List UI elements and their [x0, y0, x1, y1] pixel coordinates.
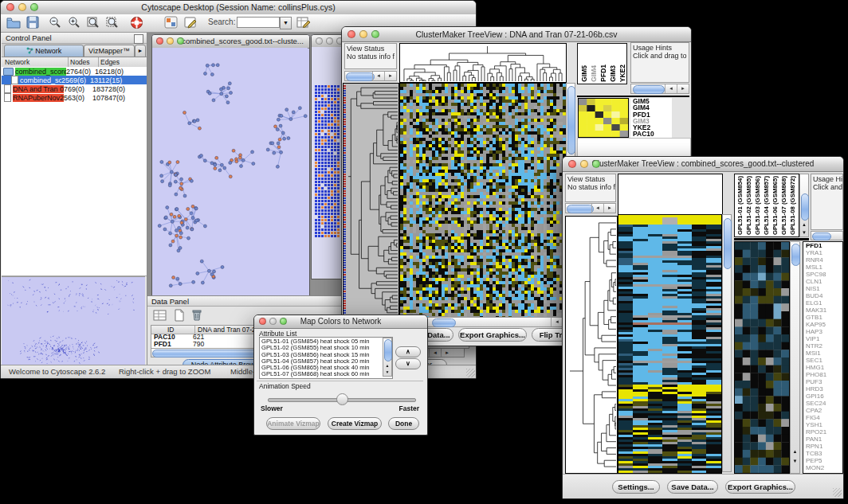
save-icon[interactable] [25, 16, 41, 30]
minimize-button[interactable] [580, 160, 588, 168]
gene-label[interactable]: PFD1 [806, 242, 842, 249]
tab-overflow-arrow[interactable]: ► [135, 45, 146, 57]
new-attribute-icon[interactable] [171, 309, 187, 323]
done-button[interactable]: Done [388, 417, 419, 430]
column-label[interactable]: YKE2 [618, 64, 626, 82]
gene-label[interactable]: MAK31 [806, 307, 842, 314]
tv2-settings-button[interactable]: Settings... [612, 480, 660, 494]
gene-label[interactable]: SEC1 [806, 357, 842, 364]
row-label[interactable]: PAC10 [633, 131, 672, 137]
tv2-row-dendrogram[interactable] [565, 216, 618, 474]
tv2-zoom-vscrollbar[interactable]: ▲ ▼ [790, 241, 800, 474]
scroll-up-arrow[interactable]: ▲ [383, 364, 391, 368]
float-panel-icon[interactable] [134, 34, 143, 44]
gene-label[interactable]: PAN1 [806, 436, 842, 443]
scroll-down-arrow[interactable]: ▼ [383, 370, 391, 374]
minimize-button[interactable] [326, 37, 333, 45]
scroll-down-arrow[interactable]: ▼ [800, 230, 808, 235]
gene-label[interactable]: RPN1 [806, 443, 842, 450]
resize-grip[interactable] [466, 369, 475, 377]
delete-attribute-icon[interactable] [189, 308, 205, 322]
tv1-zoom-heatmap[interactable] [578, 98, 629, 138]
gene-label[interactable]: VIP1 [806, 335, 842, 342]
move-up-button[interactable]: ∧ [395, 346, 421, 357]
column-label[interactable]: GPL51-04 (GSM857) [763, 176, 770, 235]
close-button[interactable] [568, 160, 576, 168]
tv2-column-labels[interactable]: GPL51-01 (GSM854)GPL51-02 (GSM855)GPL51-… [734, 174, 799, 237]
close-button[interactable] [259, 318, 266, 325]
col-edges[interactable]: Edges [100, 57, 120, 67]
gene-label[interactable]: HAP3 [806, 328, 842, 335]
scroll-up-arrow[interactable]: ▲ [800, 222, 808, 227]
zoom-in-icon[interactable] [66, 16, 82, 30]
gene-label[interactable]: SPC98 [806, 271, 842, 278]
network-row[interactable]: DNA and Tran 07769(0)183728(0) [2, 84, 147, 93]
scroll-up-arrow[interactable]: ▲ [791, 449, 799, 454]
gene-label[interactable]: PEP5 [806, 457, 842, 464]
tv2-viewstatus-scrollbar[interactable]: ◄► [565, 203, 616, 213]
close-button[interactable] [6, 3, 14, 11]
scroll-left-arrow[interactable]: ◄ [665, 84, 677, 93]
scroll-left-arrow[interactable]: ◄ [551, 318, 563, 326]
scroll-right-arrow[interactable]: ► [677, 84, 689, 93]
tv1-column-dendrogram[interactable] [399, 43, 567, 83]
main-titlebar[interactable]: Cytoscape Desktop (Session Name: collins… [1, 1, 476, 15]
gene-label[interactable]: BUD4 [806, 292, 842, 299]
column-label[interactable]: GPL51-06 (GSM865) [771, 176, 779, 235]
gene-label[interactable]: GTB1 [806, 314, 842, 321]
column-label[interactable]: GIM4 [590, 65, 598, 82]
zoom-out-icon[interactable] [47, 16, 63, 30]
tab-vizmapper[interactable]: VizMapper™ [84, 45, 135, 57]
gene-label[interactable]: KAP95 [806, 321, 842, 328]
tv1-viewstatus-scrollbar[interactable]: ◄► [344, 71, 397, 81]
gene-label[interactable]: FIG4 [806, 414, 842, 421]
tv2-export-graphics-button[interactable]: Export Graphics... [725, 480, 795, 494]
gene-label[interactable]: HMG1 [806, 364, 842, 371]
gene-label[interactable]: GPI16 [806, 393, 842, 400]
gene-label[interactable]: MON2 [806, 464, 842, 471]
column-label[interactable]: GIM3 [609, 65, 617, 82]
gene-label[interactable]: CPA2 [806, 407, 842, 414]
create-vizmap-button[interactable]: Create Vizmap [328, 417, 382, 430]
attribute-item[interactable]: GPL51-07 (GSM868) heat shock 60 min [260, 371, 382, 377]
gene-label[interactable]: RNR4 [806, 256, 842, 264]
animation-slider-thumb[interactable] [336, 393, 348, 405]
minimize-button[interactable] [18, 3, 26, 11]
attribute-list[interactable]: GPL51-01 (GSM854) heat shock 05 minGPL51… [259, 337, 393, 379]
resize-grip[interactable] [833, 488, 842, 497]
tv1-row-labels[interactable]: GIM5GIM4PFD1GIM3YKE2PAC10 [630, 98, 672, 138]
select-attributes-icon[interactable] [152, 309, 168, 323]
scroll-left-arrow[interactable]: ◄ [372, 72, 384, 80]
scroll-down-arrow[interactable]: ▼ [791, 459, 799, 463]
minimize-button[interactable] [269, 318, 277, 325]
annotation-icon[interactable] [183, 16, 198, 30]
gene-label[interactable]: PUF3 [806, 378, 842, 385]
zoom-fit-icon[interactable] [85, 16, 101, 30]
zoom-button[interactable] [280, 318, 287, 325]
gene-label[interactable]: PHO81 [806, 371, 842, 378]
gene-label[interactable]: NTR2 [806, 342, 842, 350]
tab-network[interactable]: Network [4, 45, 84, 57]
column-label[interactable]: GPL51-03 (GSM856) [754, 176, 761, 235]
scroll-left-arrow[interactable]: ◄ [591, 204, 603, 213]
tv2-zoom-heatmap[interactable] [734, 241, 790, 474]
gene-label[interactable]: MSL1 [806, 264, 842, 271]
col-nodes[interactable]: Nodes [70, 57, 90, 67]
gene-label[interactable]: NIS1 [806, 285, 842, 292]
tv2-collabels-vscrollbar[interactable]: ▲ ▼ [799, 174, 809, 237]
close-button[interactable] [347, 30, 355, 38]
column-label[interactable]: PFD1 [599, 64, 607, 82]
tv1-export-graphics-button[interactable]: Export Graphics... [458, 328, 527, 342]
tv1-row-dendrogram[interactable] [343, 83, 399, 318]
scroll-right-arrow[interactable]: ► [384, 72, 396, 80]
column-label[interactable]: GPL51-02 (GSM855) [745, 176, 752, 235]
help-icon[interactable] [128, 16, 144, 30]
search-dropdown-arrow[interactable]: ▼ [280, 17, 292, 29]
tv2-heatmap[interactable] [618, 214, 722, 474]
zoom-selected-icon[interactable] [104, 16, 120, 30]
tv2-gene-labels[interactable]: PFD1YRA1RNR4MSL1SPC98CLN1NIS1BUD4ELG1MAK… [803, 241, 843, 474]
gene-label[interactable]: YRA1 [806, 249, 842, 256]
column-label[interactable]: GPL51-08 (GSM872) [789, 176, 796, 235]
tv2-save-data-button[interactable]: Save Data... [667, 480, 718, 494]
zoom-button[interactable] [177, 37, 184, 45]
